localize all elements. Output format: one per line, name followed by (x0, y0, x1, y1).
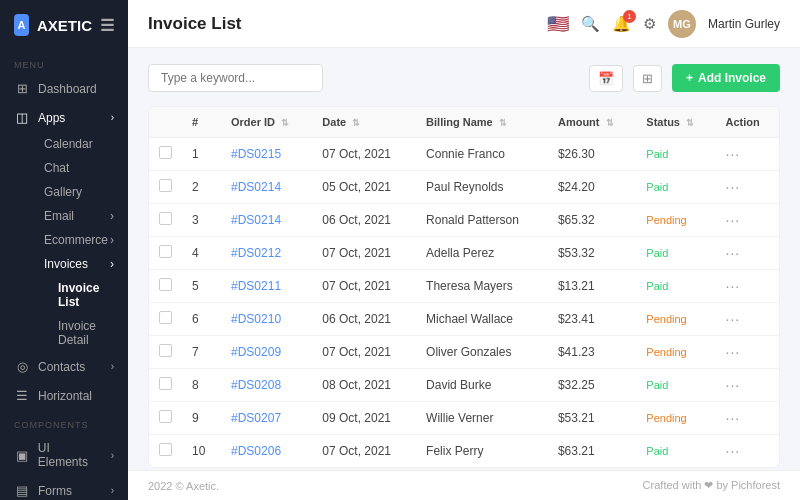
sidebar-item-invoices[interactable]: Invoices › (30, 252, 128, 276)
action-dots-icon[interactable]: ··· (726, 179, 741, 195)
chevron-right-icon: › (110, 233, 114, 247)
sidebar-item-dashboard[interactable]: ⊞ Dashboard (0, 74, 128, 103)
settings-icon[interactable]: ⚙ (643, 15, 656, 33)
calendar-icon[interactable]: 📅 (589, 65, 623, 92)
sidebar-item-forms[interactable]: ▤ Forms › (0, 476, 128, 500)
col-status[interactable]: Status ⇅ (636, 107, 715, 138)
sidebar-item-invoice-list[interactable]: Invoice List (44, 276, 128, 314)
row-action[interactable]: ··· (716, 336, 779, 369)
action-dots-icon[interactable]: ··· (726, 245, 741, 261)
row-status: Paid (636, 270, 715, 303)
action-dots-icon[interactable]: ··· (726, 212, 741, 228)
row-checkbox[interactable] (149, 270, 182, 303)
row-status: Pending (636, 336, 715, 369)
action-dots-icon[interactable]: ··· (726, 311, 741, 327)
row-billing-name: Adella Perez (416, 237, 548, 270)
page-title: Invoice List (148, 14, 547, 34)
chevron-right-icon: › (111, 361, 114, 372)
search-icon[interactable]: 🔍 (581, 15, 600, 33)
sidebar-item-invoice-detail[interactable]: Invoice Detail (44, 314, 128, 352)
sidebar-item-ecommerce[interactable]: Ecommerce › (30, 228, 128, 252)
row-action[interactable]: ··· (716, 402, 779, 435)
row-action[interactable]: ··· (716, 171, 779, 204)
row-date: 06 Oct, 2021 (312, 303, 416, 336)
row-order-id: #DS0215 (221, 138, 312, 171)
row-status: Paid (636, 369, 715, 402)
action-dots-icon[interactable]: ··· (726, 377, 741, 393)
action-dots-icon[interactable]: ··· (726, 278, 741, 294)
col-num[interactable]: # (182, 107, 221, 138)
row-num: 3 (182, 204, 221, 237)
sidebar-item-ui-elements[interactable]: ▣ UI Elements › (0, 434, 128, 476)
row-checkbox[interactable] (149, 336, 182, 369)
col-amount[interactable]: Amount ⇅ (548, 107, 636, 138)
sidebar-item-apps[interactable]: ◫ Apps › (0, 103, 128, 132)
sidebar-item-gallery[interactable]: Gallery (30, 180, 128, 204)
horizontal-icon: ☰ (14, 388, 30, 403)
sidebar-item-calendar[interactable]: Calendar (30, 132, 128, 156)
row-billing-name: David Burke (416, 369, 548, 402)
row-billing-name: Willie Verner (416, 402, 548, 435)
col-order-id[interactable]: Order ID ⇅ (221, 107, 312, 138)
row-date: 06 Oct, 2021 (312, 204, 416, 237)
status-badge: Paid (646, 280, 668, 292)
row-action[interactable]: ··· (716, 237, 779, 270)
row-date: 09 Oct, 2021 (312, 402, 416, 435)
sidebar-item-horizontal[interactable]: ☰ Horizontal (0, 381, 128, 410)
row-action[interactable]: ··· (716, 138, 779, 171)
row-status: Pending (636, 402, 715, 435)
row-checkbox[interactable] (149, 435, 182, 468)
user-name: Martin Gurley (708, 17, 780, 31)
sidebar-item-contacts[interactable]: ◎ Contacts › (0, 352, 128, 381)
row-checkbox[interactable] (149, 138, 182, 171)
row-amount: $53.32 (548, 237, 636, 270)
row-status: Paid (636, 435, 715, 468)
row-checkbox[interactable] (149, 402, 182, 435)
row-checkbox[interactable] (149, 204, 182, 237)
action-dots-icon[interactable]: ··· (726, 410, 741, 426)
copyright-text: 2022 © Axetic. (148, 480, 219, 492)
col-date[interactable]: Date ⇅ (312, 107, 416, 138)
apps-icon: ◫ (14, 110, 30, 125)
row-order-id: #DS0211 (221, 270, 312, 303)
row-checkbox[interactable] (149, 171, 182, 204)
row-checkbox[interactable] (149, 303, 182, 336)
sort-icon: ⇅ (352, 118, 360, 128)
sidebar-logo: A AXETIC ☰ (0, 0, 128, 50)
row-checkbox[interactable] (149, 237, 182, 270)
sort-icon: ⇅ (686, 118, 694, 128)
invoice-table: # Order ID ⇅ Date ⇅ Billing Name ⇅ Amoun… (148, 106, 780, 468)
row-date: 08 Oct, 2021 (312, 369, 416, 402)
row-order-id: #DS0208 (221, 369, 312, 402)
status-badge: Pending (646, 412, 686, 424)
row-action[interactable]: ··· (716, 435, 779, 468)
sidebar-item-label: Forms (38, 484, 72, 498)
col-billing-name[interactable]: Billing Name ⇅ (416, 107, 548, 138)
action-dots-icon[interactable]: ··· (726, 344, 741, 360)
row-action[interactable]: ··· (716, 369, 779, 402)
grid-view-icon[interactable]: ⊞ (633, 65, 662, 92)
bell-icon[interactable]: 🔔 1 (612, 15, 631, 33)
status-badge: Paid (646, 148, 668, 160)
notification-badge: 1 (623, 10, 636, 23)
row-action[interactable]: ··· (716, 303, 779, 336)
row-checkbox[interactable] (149, 369, 182, 402)
flag-icon[interactable]: 🇺🇸 (547, 13, 569, 35)
add-invoice-button[interactable]: + Add Invoice (672, 64, 780, 92)
action-dots-icon[interactable]: ··· (726, 443, 741, 459)
row-order-id: #DS0210 (221, 303, 312, 336)
sidebar-item-chat[interactable]: Chat (30, 156, 128, 180)
sidebar-item-email[interactable]: Email › (30, 204, 128, 228)
row-date: 05 Oct, 2021 (312, 171, 416, 204)
action-dots-icon[interactable]: ··· (726, 146, 741, 162)
row-action[interactable]: ··· (716, 204, 779, 237)
row-amount: $53.21 (548, 402, 636, 435)
row-order-id: #DS0206 (221, 435, 312, 468)
row-action[interactable]: ··· (716, 270, 779, 303)
hamburger-icon[interactable]: ☰ (100, 16, 114, 35)
table-row: 1 #DS0215 07 Oct, 2021 Connie Franco $26… (149, 138, 779, 171)
table-row: 4 #DS0212 07 Oct, 2021 Adella Perez $53.… (149, 237, 779, 270)
contacts-icon: ◎ (14, 359, 30, 374)
add-invoice-label: Add Invoice (698, 71, 766, 85)
search-input[interactable] (148, 64, 323, 92)
